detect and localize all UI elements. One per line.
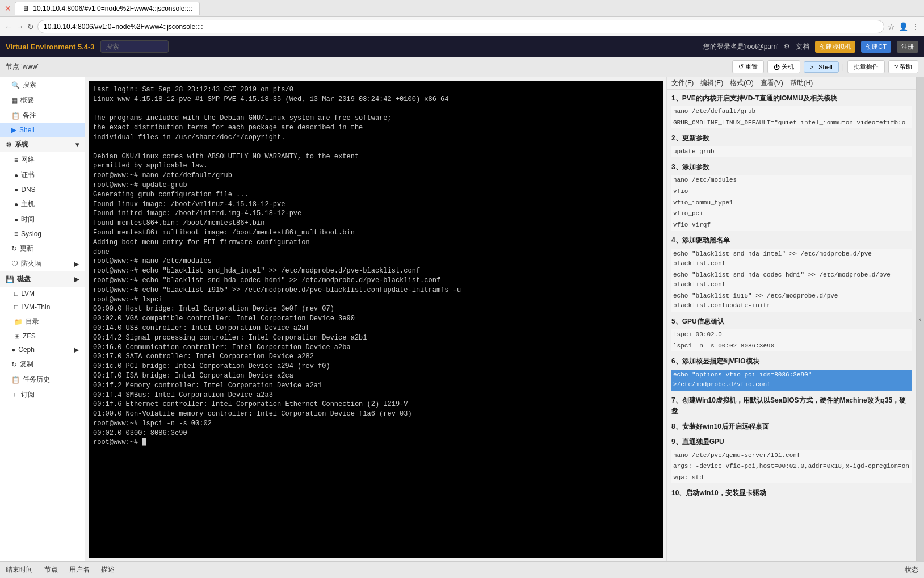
lvm-icon: □: [14, 290, 18, 298]
sidebar-item-notes[interactable]: 📋 备注: [0, 108, 85, 123]
step3-code3: vfio_iommu_type1: [671, 198, 912, 209]
step4-title: 4、添加驱动黑名单: [671, 235, 912, 246]
firewall-icon: 🛡: [11, 260, 18, 268]
shutdown-button[interactable]: ⏻ 关机: [767, 60, 800, 73]
syslog-icon: ≡: [14, 230, 18, 238]
login-button[interactable]: 注册: [897, 41, 918, 53]
sidebar-item-directory[interactable]: 📁 目录: [0, 314, 85, 329]
pve-search-input[interactable]: [100, 40, 169, 53]
step1-code2: GRUB_CMDLINE_LINUX_DEFAULT="quiet intel_…: [671, 118, 912, 129]
docs-label[interactable]: 文档: [796, 42, 809, 52]
sidebar-item-firewall[interactable]: 🛡 防火墙 ▶: [0, 256, 85, 271]
menu-format[interactable]: 格式(O): [730, 78, 753, 88]
step3-code1: nano /etc/modules: [671, 175, 912, 186]
reload-icon[interactable]: ↻: [27, 22, 34, 31]
create-ct-button[interactable]: 创建CT: [861, 41, 891, 53]
directory-icon: 📁: [14, 318, 23, 326]
search-icon: 🔍: [11, 81, 20, 89]
disk-expand-icon: ▶: [74, 275, 79, 283]
sidebar-item-host[interactable]: ● 主机: [0, 196, 85, 212]
account-icon[interactable]: 👤: [898, 22, 908, 31]
menu-help[interactable]: 帮助(H): [790, 78, 813, 88]
sidebar-item-lvm[interactable]: □ LVM: [0, 287, 85, 300]
content-area: 🔍 搜索 ▦ 概要 📋 备注 ▶ Shell ⚙ 系统 ▾ ≡ 网络 ● 证书: [0, 77, 924, 561]
sidebar-item-task-history[interactable]: 📋 任务历史: [0, 372, 85, 387]
right-panel-container: 文件(F) 编辑(E) 格式(O) 查看(V) 帮助(H) 1、PVE的内核开启…: [666, 77, 916, 561]
sidebar-item-updates[interactable]: ↻ 更新: [0, 241, 85, 256]
step3-code5: vfio_virqf: [671, 220, 912, 231]
firewall-expand-icon: ▶: [74, 260, 79, 268]
step6-title: 6、添加核显指定到VFIO模块: [671, 356, 912, 367]
summary-icon: ▦: [11, 97, 18, 104]
network-icon: ≡: [14, 156, 18, 164]
updates-icon: ↻: [11, 245, 17, 253]
replication-icon: ↻: [11, 361, 17, 368]
status-description: 描述: [101, 565, 115, 575]
sidebar-item-network[interactable]: ≡ 网络: [0, 152, 85, 167]
terminal-icon: >_: [810, 64, 817, 70]
lvm-thin-icon: □: [14, 303, 18, 311]
step5-code1: lspci 00:02.0: [671, 329, 912, 341]
cert-icon: ●: [14, 171, 18, 179]
sidebar-item-system[interactable]: ⚙ 系统 ▾: [0, 137, 85, 152]
step6-code1: echo "options vfio-pci ids=8086:3e90" >/…: [671, 370, 912, 391]
step5-code2: lspci -n -s 00:02 8086:3e90: [671, 341, 912, 352]
address-bar: ← → ↻ ☆ 👤 ⋮: [0, 17, 924, 36]
tab-label: 10.10.10.4:8006/#v1:0=node%2Fwww4::jscon…: [33, 5, 192, 12]
menu-icon[interactable]: ⋮: [912, 22, 919, 31]
user-label: 您的登录名是'root@pam': [703, 42, 779, 52]
settings-icon[interactable]: ⚙: [784, 43, 790, 51]
sidebar-item-lvm-thin[interactable]: □ LVM-Thin: [0, 300, 85, 314]
toolbar: 节点 'www' ↺ 重置 ⏻ 关机 >_ Shell | 批量操作 ? 帮助: [0, 57, 924, 77]
menu-file[interactable]: 文件(F): [671, 78, 694, 88]
sidebar-item-shell-label: Shell: [19, 126, 35, 134]
right-collapse-button[interactable]: ‹: [916, 77, 924, 561]
sidebar-item-shell[interactable]: ▶ Shell: [0, 123, 85, 137]
breadcrumb: 节点 'www': [6, 62, 39, 72]
create-vm-button[interactable]: 创建虚拟机: [815, 41, 855, 53]
reset-button[interactable]: ↺ 重置: [732, 60, 764, 73]
help-icon: ?: [894, 64, 898, 70]
sidebar: 🔍 搜索 ▦ 概要 📋 备注 ▶ Shell ⚙ 系统 ▾ ≡ 网络 ● 证书: [0, 77, 85, 561]
step1-code1: nano /etc/default/grub: [671, 106, 912, 118]
browser-tab[interactable]: 🖥 10.10.10.4:8006/#v1:0=node%2Fwww4::jsc…: [15, 2, 200, 15]
bookmark-icon[interactable]: ☆: [888, 22, 895, 31]
disk-icon: 💾: [6, 275, 14, 283]
sidebar-item-syslog[interactable]: ≡ Syslog: [0, 227, 85, 241]
step3-code4: vfio_pci: [671, 208, 912, 220]
pve-logo-text: Virtual Environment 5.4-3: [6, 43, 95, 51]
forward-icon[interactable]: →: [16, 22, 24, 31]
sidebar-item-search[interactable]: 🔍 搜索: [0, 77, 85, 93]
gear-icon: ⚙: [6, 141, 12, 149]
status-node: 节点: [44, 565, 58, 575]
sidebar-item-ceph[interactable]: ● Ceph ▶: [0, 343, 85, 357]
address-input[interactable]: [37, 20, 884, 33]
step2-code1: update-grub: [671, 146, 912, 158]
batch-button[interactable]: 批量操作: [847, 60, 885, 73]
power-icon: ⏻: [774, 64, 780, 70]
tab-favicon: 🖥: [22, 5, 29, 12]
sidebar-item-summary[interactable]: ▦ 概要: [0, 93, 85, 108]
shell-button[interactable]: >_ Shell: [804, 61, 839, 73]
step9-code1: nano /etc/pve/qemu-server/101.conf: [671, 450, 912, 462]
sidebar-item-zfs[interactable]: ⊞ ZFS: [0, 329, 85, 343]
status-end-time: 结束时间: [6, 565, 33, 575]
terminal[interactable]: Last login: Sat Sep 28 23:12:43 CST 2019…: [89, 81, 663, 558]
step3-title: 3、添加参数: [671, 162, 912, 173]
pve-header-right: 您的登录名是'root@pam' ⚙ 文档 创建虚拟机 创建CT 注册: [703, 41, 918, 53]
help-button[interactable]: ? 帮助: [888, 60, 918, 73]
sidebar-item-disk[interactable]: 💾 磁盘 ▶: [0, 271, 85, 287]
status-username: 用户名: [69, 565, 90, 575]
menu-view[interactable]: 查看(V): [761, 78, 783, 88]
sidebar-item-time[interactable]: ● 时间: [0, 212, 85, 227]
pve-logo: Virtual Environment 5.4-3: [6, 43, 95, 51]
sidebar-item-cert[interactable]: ● 证书: [0, 167, 85, 183]
sidebar-item-replication[interactable]: ↻ 复制: [0, 357, 85, 372]
close-icon[interactable]: ✕: [5, 4, 11, 13]
sidebar-item-subscription[interactable]: ＋ 订阅: [0, 387, 85, 403]
ceph-icon: ●: [11, 346, 15, 354]
sidebar-item-dns[interactable]: ● DNS: [0, 183, 85, 196]
step3-code2: vfio: [671, 186, 912, 198]
back-icon[interactable]: ←: [5, 22, 12, 31]
menu-edit[interactable]: 编辑(E): [700, 78, 723, 88]
